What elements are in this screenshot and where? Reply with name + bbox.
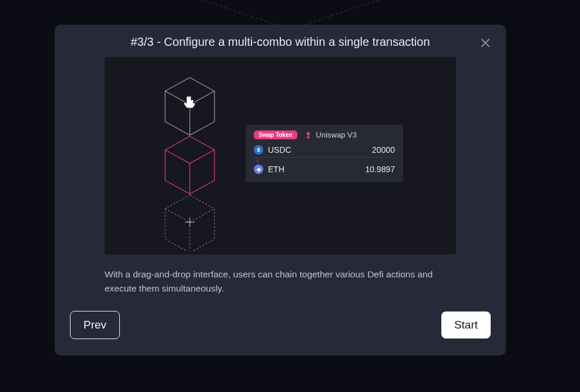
swap-from-row: $ USDC 20000 (254, 143, 395, 158)
cubes-illustration (160, 75, 231, 251)
swap-card-header: Swap Token Uniswap V3 (254, 130, 395, 139)
modal-footer: Prev Start (55, 296, 506, 339)
close-icon (481, 38, 490, 48)
illustration-panel: Swap Token Uniswap V3 $ USDC 20000 ↓ ◆ (105, 57, 456, 254)
swap-from-amount: 20000 (372, 145, 395, 155)
start-button[interactable]: Start (441, 311, 491, 339)
modal-description: With a drag-and-drop interface, users ca… (105, 267, 456, 296)
prev-button[interactable]: Prev (70, 311, 120, 339)
modal-header: #3/3 - Configure a multi-combo within a … (55, 25, 506, 57)
swap-from-symbol: USDC (268, 145, 291, 155)
usdc-icon: $ (254, 145, 263, 155)
swap-to-row: ◆ ETH 10.9897 (254, 162, 395, 176)
modal-title: #3/3 - Configure a multi-combo within a … (70, 35, 491, 49)
eth-icon: ◆ (254, 165, 263, 174)
swap-badge: Swap Token (254, 130, 297, 139)
onboarding-modal: #3/3 - Configure a multi-combo within a … (55, 25, 506, 356)
swap-to-symbol: ETH (268, 165, 284, 174)
protocol-label: Uniswap V3 (316, 130, 357, 139)
arrow-down-icon: ↓ (254, 158, 395, 162)
swap-card: Swap Token Uniswap V3 $ USDC 20000 ↓ ◆ (246, 125, 403, 182)
swap-to-amount: 10.9897 (365, 165, 395, 174)
uniswap-icon (304, 131, 313, 139)
close-button[interactable] (478, 35, 493, 51)
protocol-name: Uniswap V3 (304, 130, 357, 139)
